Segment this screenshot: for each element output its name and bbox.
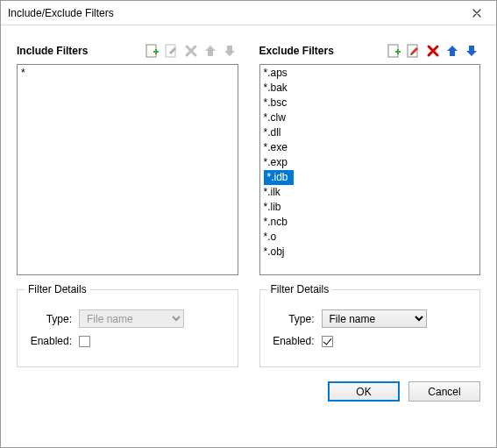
include-toolbar <box>144 42 238 60</box>
list-item[interactable]: *.dll <box>260 125 480 140</box>
ok-button[interactable]: OK <box>328 381 400 402</box>
svg-rect-6 <box>397 49 399 54</box>
include-delete-button <box>182 42 200 60</box>
up-icon <box>445 44 459 58</box>
include-add-button[interactable] <box>144 42 161 60</box>
exclude-pane: Exclude Filters <box>259 41 481 367</box>
exclude-add-button[interactable] <box>386 42 403 60</box>
exclude-type-select[interactable]: File name <box>322 309 427 328</box>
cancel-button[interactable]: Cancel <box>408 381 480 402</box>
groupbox-title: Filter Details <box>25 283 90 295</box>
dialog-content: Include Filters <box>1 25 496 447</box>
list-item[interactable]: *.ilk <box>260 185 480 200</box>
list-item[interactable]: *.exe <box>260 140 480 155</box>
svg-rect-2 <box>155 49 157 54</box>
list-item[interactable]: *.clw <box>260 110 480 125</box>
type-label: Type: <box>271 313 322 325</box>
list-item[interactable]: *.aps <box>260 66 480 81</box>
exclude-listbox[interactable]: *.aps*.bak*.bsc*.clw*.dll*.exe*.exp*.idb… <box>259 64 481 275</box>
type-label: Type: <box>28 313 79 325</box>
list-item[interactable]: *.bsc <box>260 96 480 110</box>
list-item[interactable]: *.lib <box>260 200 480 215</box>
include-filter-details: Filter Details Type: File name Enabled: <box>17 289 238 367</box>
list-item[interactable]: *.obj <box>260 245 480 260</box>
exclude-movedown-button[interactable] <box>463 42 480 60</box>
exclude-header: Exclude Filters <box>259 41 481 60</box>
include-enabled-checkbox <box>79 336 90 347</box>
include-moveup-button <box>202 42 219 60</box>
close-icon <box>472 9 481 18</box>
list-item[interactable]: *.bak <box>260 81 480 96</box>
exclude-title: Exclude Filters <box>259 45 334 57</box>
include-pane: Include Filters <box>17 41 238 367</box>
titlebar: Include/Exclude Filters <box>1 1 496 25</box>
down-icon <box>465 44 479 58</box>
exclude-moveup-button[interactable] <box>444 42 461 60</box>
edit-icon <box>165 44 179 58</box>
exclude-delete-button[interactable] <box>424 42 442 60</box>
type-row: Type: File name <box>28 309 227 328</box>
enabled-row: Enabled: <box>28 335 227 347</box>
enabled-label: Enabled: <box>271 335 322 347</box>
include-edit-button <box>163 42 181 60</box>
add-icon <box>146 44 160 58</box>
list-item[interactable]: *.o <box>260 230 480 245</box>
enabled-row: Enabled: <box>271 335 470 347</box>
enabled-label: Enabled: <box>28 335 79 347</box>
up-icon <box>203 44 217 58</box>
list-item[interactable]: *.ncb <box>260 215 480 230</box>
include-movedown-button <box>221 42 238 60</box>
dialog-buttons: OK Cancel <box>17 381 480 402</box>
include-header: Include Filters <box>17 41 238 60</box>
exclude-filter-details: Filter Details Type: File name Enabled: <box>259 289 481 367</box>
groupbox-title: Filter Details <box>267 283 333 295</box>
exclude-enabled-checkbox[interactable] <box>322 336 333 347</box>
window-title: Include/Exclude Filters <box>8 7 114 19</box>
list-item[interactable]: * <box>18 66 238 81</box>
include-listbox[interactable]: * <box>17 64 238 275</box>
include-type-select: File name <box>79 309 184 328</box>
filter-panes: Include Filters <box>17 41 480 367</box>
delete-icon <box>426 44 440 58</box>
window-close-button[interactable] <box>457 1 496 25</box>
list-item[interactable]: *.idb <box>264 170 294 185</box>
add-icon <box>387 44 401 58</box>
edit-icon <box>407 44 421 58</box>
include-title: Include Filters <box>17 45 88 57</box>
exclude-toolbar <box>386 42 480 60</box>
delete-icon <box>184 44 198 58</box>
list-item[interactable]: *.exp <box>260 155 480 170</box>
down-icon <box>223 44 237 58</box>
type-row: Type: File name <box>271 309 470 328</box>
exclude-edit-button[interactable] <box>405 42 422 60</box>
